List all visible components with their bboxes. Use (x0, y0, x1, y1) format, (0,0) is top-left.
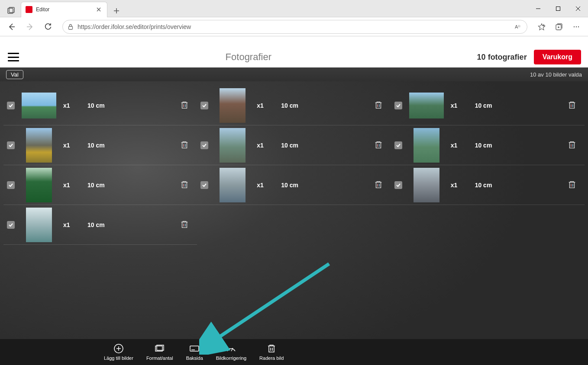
size-label[interactable]: 10 cm (475, 182, 518, 189)
tab-close-button[interactable] (95, 6, 103, 13)
photo-thumbnail[interactable] (409, 130, 444, 161)
size-label[interactable]: 10 cm (87, 142, 131, 149)
tool-label: Baksida (186, 355, 203, 361)
new-tab-button[interactable] (110, 4, 123, 17)
select-checkbox[interactable] (200, 141, 208, 149)
toolbar-actions (533, 19, 585, 34)
format-quantity-button[interactable]: Format/antal (146, 343, 173, 361)
delete-button[interactable] (180, 100, 190, 111)
selection-button[interactable]: Val (6, 70, 23, 79)
svg-point-6 (574, 26, 575, 27)
delete-button[interactable] (374, 180, 384, 190)
delete-button[interactable] (567, 100, 578, 111)
image-correction-button[interactable]: Bildkorrigering (216, 343, 246, 361)
photo-thumbnail[interactable] (409, 170, 444, 201)
photo-row: x110 cm (197, 86, 391, 125)
cart-button[interactable]: Varukorg (534, 50, 581, 64)
tool-label: Bildkorrigering (216, 355, 246, 361)
select-checkbox[interactable] (7, 181, 15, 189)
card-icon (189, 343, 200, 354)
photo-row: x110 cm (3, 86, 197, 125)
quantity-label[interactable]: x1 (63, 102, 81, 109)
delete-button[interactable] (567, 140, 578, 150)
photo-row: x110 cm (391, 125, 585, 165)
size-label[interactable]: 10 cm (87, 182, 131, 189)
select-checkbox[interactable] (7, 221, 15, 229)
photo-thumbnail[interactable] (215, 170, 250, 201)
back-button[interactable] (3, 19, 20, 34)
delete-button[interactable] (180, 140, 190, 150)
svg-rect-3 (69, 26, 73, 29)
size-label[interactable]: 10 cm (281, 142, 324, 149)
add-photos-button[interactable]: Lägg till bilder (104, 343, 133, 361)
select-checkbox[interactable] (394, 102, 402, 109)
photo-row: x110 cm (197, 165, 391, 205)
maximize-button[interactable] (548, 0, 568, 17)
quantity-label[interactable]: x1 (257, 142, 274, 149)
tool-label: Format/antal (146, 355, 173, 361)
quantity-label[interactable]: x1 (257, 182, 274, 189)
photo-thumbnail[interactable] (215, 90, 250, 121)
favicon-icon (26, 6, 32, 13)
photo-thumbnail[interactable] (22, 130, 56, 161)
address-bar[interactable]: https://order.ifolor.se/editor/prints/ov… (62, 20, 527, 34)
quantity-label[interactable]: x1 (63, 182, 81, 189)
svg-rect-2 (556, 6, 560, 10)
quantity-label[interactable]: x1 (257, 102, 274, 109)
read-aloud-icon[interactable]: A⁾⁾ (515, 23, 523, 31)
photo-thumbnail[interactable] (409, 90, 444, 121)
select-checkbox[interactable] (200, 181, 208, 189)
photo-row: x110 cm (3, 165, 197, 205)
close-window-button[interactable] (568, 0, 588, 17)
collections-button[interactable] (551, 19, 567, 34)
delete-button[interactable] (180, 180, 190, 190)
tab-strip: Editor (0, 0, 528, 17)
tab-title: Editor (36, 6, 49, 13)
photo-thumbnail[interactable] (22, 209, 56, 240)
delete-button[interactable] (567, 180, 578, 190)
menu-button[interactable] (568, 19, 585, 34)
photo-row: x110 cm (197, 125, 391, 165)
delete-button[interactable] (180, 220, 190, 230)
photo-thumbnail[interactable] (22, 170, 56, 201)
quantity-label[interactable]: x1 (451, 182, 468, 189)
forward-button[interactable] (22, 19, 38, 34)
size-label[interactable]: 10 cm (281, 102, 324, 109)
backside-button[interactable]: Baksida (186, 343, 203, 361)
window-controls (528, 0, 588, 17)
select-checkbox[interactable] (7, 141, 15, 149)
select-checkbox[interactable] (394, 141, 402, 149)
size-label[interactable]: 10 cm (475, 102, 518, 109)
size-label[interactable]: 10 cm (475, 142, 518, 149)
size-label[interactable]: 10 cm (281, 182, 324, 189)
photo-thumbnail[interactable] (22, 90, 56, 121)
hamburger-menu-button[interactable] (7, 51, 20, 64)
select-checkbox[interactable] (394, 181, 402, 189)
browser-chrome: Editor https://order.ifolor.se/editor/pr… (0, 0, 588, 36)
delete-button[interactable] (374, 100, 384, 111)
svg-rect-12 (190, 346, 199, 351)
photo-thumbnail[interactable] (215, 130, 250, 161)
minimize-button[interactable] (528, 0, 548, 17)
quantity-label[interactable]: x1 (451, 102, 468, 109)
delete-button[interactable] (374, 140, 384, 150)
quantity-label[interactable]: x1 (63, 142, 81, 149)
rectangles-icon (155, 343, 165, 354)
lock-icon (67, 23, 74, 30)
quantity-label[interactable]: x1 (451, 142, 468, 149)
delete-photo-button[interactable]: Radera bild (259, 343, 284, 361)
tabs-overview-button[interactable] (3, 4, 19, 17)
browser-tab[interactable]: Editor (21, 2, 107, 17)
size-label[interactable]: 10 cm (87, 102, 131, 109)
url-text: https://order.ifolor.se/editor/prints/ov… (78, 23, 511, 30)
gauge-icon (226, 343, 236, 354)
select-checkbox[interactable] (200, 102, 208, 109)
size-label[interactable]: 10 cm (87, 221, 131, 228)
quantity-label[interactable]: x1 (63, 221, 81, 228)
select-checkbox[interactable] (7, 102, 15, 109)
photo-row: x110 cm (391, 165, 585, 205)
refresh-button[interactable] (40, 19, 56, 34)
photo-row: x110 cm (3, 205, 197, 245)
plus-circle-icon (113, 343, 124, 354)
favorite-button[interactable] (533, 19, 550, 34)
